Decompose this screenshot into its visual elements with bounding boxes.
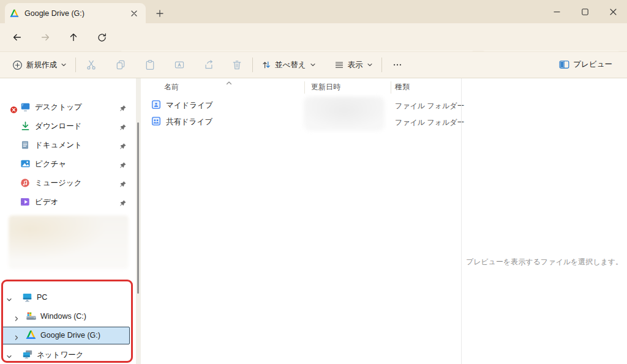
view-button-label: 表示 xyxy=(348,60,363,70)
file-list: 名前 更新日時 種類 マイドライブ ファイル フォルダー 共有ドライブ ファイル… xyxy=(141,78,461,364)
toolbar-separator xyxy=(252,58,253,72)
preview-toggle-button[interactable]: プレビュー xyxy=(554,56,617,73)
navigation-bar: PC Google Drive (G:) xyxy=(0,23,627,51)
navigation-pane: デスクトップ ダウンロード ドキュメント xyxy=(0,78,136,364)
view-lines-icon xyxy=(334,60,344,70)
google-drive-logo-icon xyxy=(26,330,36,342)
downloads-icon xyxy=(20,121,31,133)
sync-error-badge-icon xyxy=(10,105,18,116)
share-button[interactable] xyxy=(197,55,220,75)
column-separator[interactable] xyxy=(391,81,391,94)
chevron-down-icon xyxy=(367,62,373,68)
column-header-date[interactable]: 更新日時 xyxy=(311,82,340,92)
explorer-tab[interactable]: Google Drive (G:) xyxy=(5,3,146,23)
sidebar-item-label: ビデオ xyxy=(35,197,58,207)
pin-icon xyxy=(119,198,127,209)
new-tab-button[interactable] xyxy=(152,6,168,21)
desktop-icon xyxy=(20,102,31,114)
sort-button[interactable]: 並べ替え xyxy=(257,56,321,74)
pictures-icon xyxy=(20,159,31,171)
chevron-right-icon[interactable] xyxy=(13,332,20,343)
tree-item-label: ネットワーク xyxy=(37,350,83,360)
chevron-down-icon xyxy=(310,62,316,68)
preview-toggle-label: プレビュー xyxy=(573,59,612,70)
sort-arrows-icon xyxy=(261,60,271,70)
file-type: ファイル フォルダー xyxy=(395,117,465,128)
sidebar-item-label: ミュージック xyxy=(35,178,81,188)
pin-icon xyxy=(119,103,127,114)
toolbar-separator xyxy=(75,58,76,72)
sort-button-label: 並べ替え xyxy=(275,60,306,70)
window-controls xyxy=(543,0,627,23)
delete-button[interactable] xyxy=(225,55,249,75)
minimize-button[interactable] xyxy=(543,0,571,23)
sidebar-item-pictures[interactable]: ピクチャ xyxy=(2,155,133,173)
cut-button[interactable] xyxy=(80,55,103,75)
documents-icon xyxy=(20,140,30,152)
sidebar-item-videos[interactable]: ビデオ xyxy=(2,193,133,211)
tree-item-pc[interactable]: PC xyxy=(0,288,136,307)
tree-item-label: Windows (C:) xyxy=(40,312,86,321)
file-type: ファイル フォルダー xyxy=(395,101,465,111)
new-button[interactable]: 新規作成 xyxy=(7,56,72,74)
refresh-button[interactable] xyxy=(92,28,111,46)
toolbar-separator xyxy=(381,58,382,72)
tree-item-label: Google Drive (G:) xyxy=(40,331,100,340)
column-separator[interactable] xyxy=(304,81,305,94)
view-button[interactable]: 表示 xyxy=(329,56,378,74)
back-button[interactable] xyxy=(7,28,27,46)
sidebar-item-downloads[interactable]: ダウンロード xyxy=(2,117,133,135)
videos-icon xyxy=(20,197,30,209)
redacted-sidebar-region xyxy=(9,215,129,269)
chevron-down-icon[interactable] xyxy=(6,351,12,362)
my-drive-folder-icon xyxy=(151,100,161,112)
tab-close-button[interactable] xyxy=(127,7,141,20)
close-button[interactable] xyxy=(599,0,627,23)
file-explorer-window: Google Drive (G:) xyxy=(0,0,627,364)
column-header-type[interactable]: 種類 xyxy=(395,82,410,92)
copy-button[interactable] xyxy=(109,55,132,75)
tab-title: Google Drive (G:) xyxy=(24,9,127,18)
maximize-button[interactable] xyxy=(571,0,599,23)
pc-monitor-icon xyxy=(22,292,32,305)
sidebar-item-music[interactable]: ミュージック xyxy=(2,174,133,192)
content-area: デスクトップ ダウンロード ドキュメント xyxy=(0,78,627,364)
sidebar-item-documents[interactable]: ドキュメント xyxy=(2,136,133,154)
rename-button[interactable] xyxy=(168,55,191,75)
tree-item-windows-c[interactable]: Windows (C:) xyxy=(0,307,136,326)
scrollbar-thumb[interactable] xyxy=(137,122,139,294)
preview-empty-message: プレビューを表示するファイルを選択します。 xyxy=(462,257,627,267)
split-pane-icon xyxy=(559,60,569,69)
sidebar-item-desktop[interactable]: デスクトップ xyxy=(2,98,133,116)
plus-circle-icon xyxy=(12,60,23,70)
file-row-my-drive[interactable]: マイドライブ ファイル フォルダー xyxy=(141,97,461,113)
paste-button[interactable] xyxy=(138,55,162,75)
sidebar-item-label: デスクトップ xyxy=(35,102,82,113)
preview-pane: プレビューを表示するファイルを選択します。 xyxy=(462,78,627,364)
tree-item-label: PC xyxy=(37,293,47,302)
file-row-shared-drives[interactable]: 共有ドライブ ファイル フォルダー xyxy=(141,113,461,130)
shared-drive-folder-icon xyxy=(151,116,161,128)
tab-strip: Google Drive (G:) xyxy=(0,0,627,23)
sort-ascending-icon xyxy=(226,77,232,88)
chevron-right-icon[interactable] xyxy=(13,313,20,324)
column-header-name[interactable]: 名前 xyxy=(164,82,179,92)
pin-icon xyxy=(119,122,127,133)
sidebar-item-label: ピクチャ xyxy=(35,159,66,169)
up-button[interactable] xyxy=(64,28,83,46)
command-bar: 新規作成 並べ替え xyxy=(0,51,627,78)
sidebar-scrollbar[interactable] xyxy=(136,78,141,364)
redacted-dates-region xyxy=(304,97,385,131)
chevron-down-icon[interactable] xyxy=(6,294,12,305)
file-name: 共有ドライブ xyxy=(166,117,212,127)
pin-icon xyxy=(119,141,127,152)
forward-button[interactable] xyxy=(36,28,55,46)
sidebar-item-label: ダウンロード xyxy=(35,121,81,132)
file-name: マイドライブ xyxy=(166,100,213,111)
ellipsis-icon xyxy=(392,59,403,70)
more-options-button[interactable] xyxy=(386,55,409,75)
tree-item-google-drive[interactable]: Google Drive (G:) xyxy=(0,326,136,345)
tree-item-network[interactable]: ネットワーク xyxy=(0,345,136,364)
windows-drive-icon xyxy=(26,311,37,324)
pin-icon xyxy=(119,160,127,171)
